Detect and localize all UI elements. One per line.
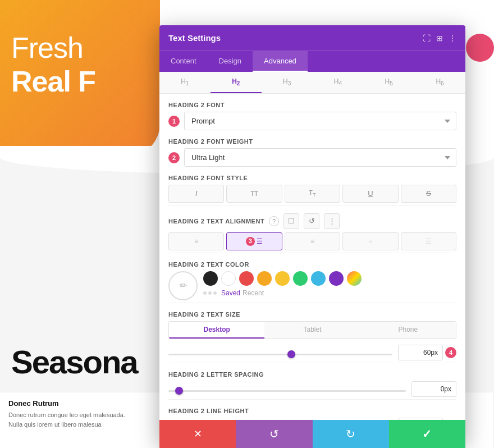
- font-style-group: Heading 2 Font Style I TT TT U S: [168, 175, 456, 202]
- seasonal-text: Seasona: [11, 343, 138, 381]
- color-label: Heading 2 Text Color: [168, 261, 456, 268]
- alignment-label: Heading 2 Text Alignment: [168, 218, 264, 225]
- italic-btn[interactable]: I: [168, 185, 224, 202]
- modal-body: Heading 2 Font 1 Prompt Heading 2 Font W…: [159, 94, 465, 442]
- text-size-slider-row: 4: [168, 345, 456, 360]
- swatch-purple[interactable]: [329, 271, 344, 286]
- uppercase-btn[interactable]: TT: [226, 185, 282, 202]
- font-style-label: Heading 2 Font Style: [168, 175, 456, 181]
- device-tab-phone[interactable]: Phone: [360, 322, 456, 339]
- dot-1: [203, 291, 207, 295]
- align-center-badge: 3 ☰: [246, 237, 263, 246]
- color-picker-circle[interactable]: ✏: [168, 271, 198, 300]
- smallcaps-btn[interactable]: TT: [285, 185, 340, 202]
- device-tab-desktop[interactable]: Desktop: [169, 322, 264, 339]
- tab-h5[interactable]: H5: [363, 72, 414, 93]
- tab-advanced[interactable]: Advanced: [253, 51, 308, 72]
- alignment-buttons: ≡ 3 ☰ ≡ ≡ ☰: [168, 232, 456, 250]
- divider-1: [168, 205, 456, 205]
- swatch-orange[interactable]: [257, 271, 272, 286]
- modal-header-icons: ⛶ ⊞ ⋮: [423, 34, 456, 43]
- tab-h3[interactable]: H3: [262, 72, 313, 93]
- divider-4: [168, 363, 456, 363]
- color-picker-row: ✏: [168, 271, 456, 300]
- swatch-green[interactable]: [293, 271, 308, 286]
- text-size-value-wrap: 4: [398, 345, 456, 360]
- card-col-1: Donec Rutrum Donec rutrum congue leo ege…: [0, 392, 164, 448]
- font-select-row: 1 Prompt: [168, 112, 456, 130]
- tab-h4[interactable]: H4: [312, 72, 363, 93]
- letter-spacing-input[interactable]: [411, 381, 456, 397]
- letter-spacing-label: Heading 2 Letter Spacing: [168, 371, 456, 378]
- strikethrough-btn[interactable]: S: [401, 185, 456, 202]
- swatch-blue[interactable]: [311, 271, 326, 286]
- alignment-group: Heading 2 Text Alignment ? ☐ ↺ ⋮ ≡ 3 ☰ ≡…: [168, 213, 456, 250]
- letter-spacing-group: Heading 2 Letter Spacing: [168, 371, 456, 397]
- align-right-btn[interactable]: ≡: [285, 232, 340, 250]
- align-center-btn[interactable]: 3 ☰: [226, 232, 282, 250]
- swatch-yellow[interactable]: [275, 271, 290, 286]
- text-size-slider[interactable]: [168, 354, 392, 355]
- reset-icon[interactable]: ↺: [304, 213, 319, 229]
- undo-button[interactable]: ↺: [236, 420, 312, 448]
- fullscreen-icon[interactable]: ⛶: [423, 34, 431, 43]
- action-bar: ✕ ↺ ↻ ✓: [159, 420, 465, 448]
- align-left-btn[interactable]: ≡: [168, 232, 224, 250]
- layout-icon[interactable]: ⊞: [436, 34, 443, 43]
- cancel-button[interactable]: ✕: [159, 420, 236, 448]
- mobile-icon[interactable]: ☐: [283, 213, 299, 229]
- font-label: Heading 2 Font: [168, 102, 456, 108]
- alignment-header: Heading 2 Text Alignment ? ☐ ↺ ⋮: [168, 213, 456, 229]
- tab-h2[interactable]: H2: [211, 72, 262, 93]
- heading-tabs: H1 H2 H3 H4 H5 H6: [159, 72, 465, 94]
- text-settings-modal: Text Settings ⛶ ⊞ ⋮ Content Design Advan…: [159, 25, 465, 442]
- color-group: Heading 2 Text Color ✏: [168, 261, 456, 300]
- text-size-badge: 4: [445, 347, 456, 358]
- swatch-red[interactable]: [239, 271, 254, 286]
- cancel-icon: ✕: [194, 428, 202, 440]
- font-weight-select[interactable]: Ultra Light Light Regular Bold: [184, 148, 456, 167]
- text-size-input[interactable]: [398, 345, 443, 360]
- recent-label[interactable]: Recent: [243, 289, 264, 297]
- tab-content[interactable]: Content: [159, 51, 208, 72]
- modal-header: Text Settings ⛶ ⊞ ⋮: [159, 25, 465, 51]
- more-icon[interactable]: ⋮: [449, 34, 456, 43]
- swatch-black[interactable]: [203, 271, 218, 286]
- tab-design[interactable]: Design: [208, 51, 253, 72]
- more-align-icon[interactable]: ⋮: [324, 213, 340, 229]
- device-tabs: Desktop Tablet Phone: [168, 321, 456, 339]
- device-tab-tablet[interactable]: Tablet: [264, 322, 360, 339]
- fresh-text: Fresh: [11, 31, 83, 65]
- saved-label[interactable]: Saved: [221, 289, 240, 297]
- confirm-icon: ✓: [422, 427, 432, 441]
- confirm-button[interactable]: ✓: [389, 420, 465, 448]
- help-icon[interactable]: ?: [269, 216, 279, 226]
- align-justify-left-btn[interactable]: ≡: [342, 232, 398, 250]
- swatch-gradient[interactable]: [347, 271, 362, 286]
- card-text-1: Donec rutrum congue leo eget malesuada. …: [8, 410, 155, 429]
- text-size-group: Heading 2 Text Size Desktop Tablet Phone…: [168, 311, 456, 360]
- letter-spacing-slider-row: [168, 381, 456, 397]
- modal-title: Text Settings: [168, 33, 221, 43]
- font-weight-group: Heading 2 Font Weight 2 Ultra Light Ligh…: [168, 138, 456, 167]
- modal-tabs: Content Design Advanced: [159, 51, 465, 72]
- divider-2: [168, 253, 456, 253]
- saved-recent-row: Saved Recent: [203, 289, 362, 297]
- redo-button[interactable]: ↻: [313, 420, 389, 448]
- font-style-buttons: I TT TT U S: [168, 185, 456, 202]
- font-select[interactable]: Prompt: [184, 112, 456, 130]
- font-weight-label: Heading 2 Font Weight: [168, 138, 456, 145]
- dot-2: [208, 291, 212, 295]
- font-weight-select-row: 2 Ultra Light Light Regular Bold: [168, 148, 456, 167]
- eyedropper-icon: ✏: [180, 280, 187, 291]
- tab-h6[interactable]: H6: [414, 72, 465, 93]
- dot-3: [213, 291, 217, 295]
- text-size-label: Heading 2 Text Size: [168, 311, 456, 318]
- underline-btn[interactable]: U: [342, 185, 398, 202]
- tab-h1[interactable]: H1: [159, 72, 211, 93]
- align-justify-btn[interactable]: ☰: [401, 232, 456, 250]
- swatch-white[interactable]: [221, 271, 236, 286]
- divider-3: [168, 303, 456, 303]
- letter-spacing-slider[interactable]: [168, 390, 406, 392]
- line-height-label: Heading 2 Line Height: [168, 408, 456, 414]
